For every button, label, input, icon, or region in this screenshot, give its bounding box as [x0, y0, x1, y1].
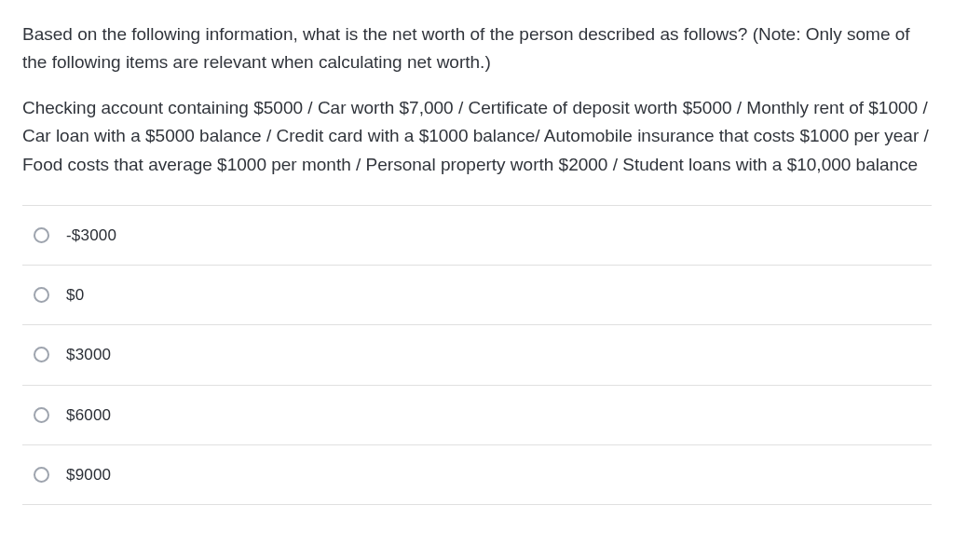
question-detail: Checking account containing $5000 / Car …: [22, 94, 932, 179]
option-row[interactable]: $3000: [22, 325, 932, 385]
option-label: -$3000: [66, 223, 116, 248]
option-row[interactable]: -$3000: [22, 206, 932, 266]
option-label: $6000: [66, 403, 111, 428]
option-label: $0: [66, 282, 84, 307]
radio-icon[interactable]: [34, 467, 49, 483]
radio-icon[interactable]: [34, 347, 49, 362]
option-row[interactable]: $9000: [22, 445, 932, 505]
answer-options: -$3000 $0 $3000 $6000 $9000: [22, 205, 932, 505]
option-row[interactable]: $6000: [22, 386, 932, 445]
option-row[interactable]: $0: [22, 266, 932, 325]
radio-icon[interactable]: [34, 287, 49, 303]
radio-icon[interactable]: [34, 407, 49, 423]
option-label: $9000: [66, 462, 111, 487]
question-stem: Based on the following information, what…: [22, 20, 932, 77]
option-label: $3000: [66, 342, 111, 367]
radio-icon[interactable]: [34, 227, 49, 243]
